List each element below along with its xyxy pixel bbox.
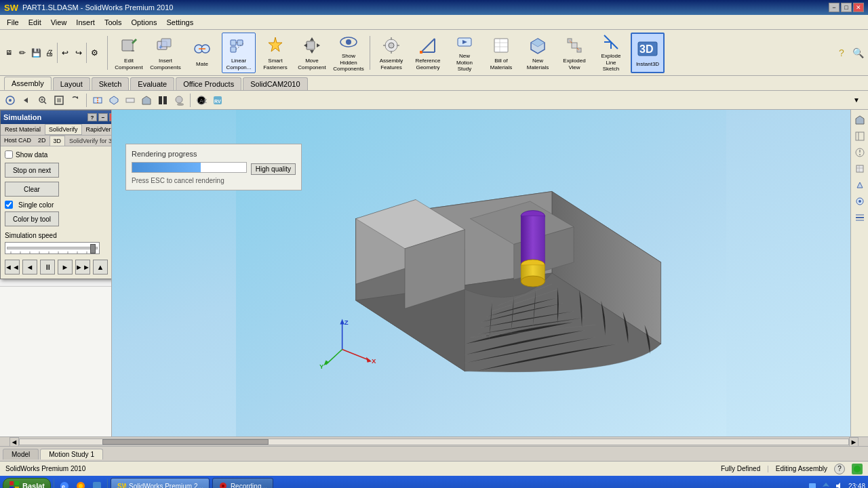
right-icon-4[interactable]: [852, 161, 867, 176]
bill-of-materials-button[interactable]: Bill ofMaterials: [484, 33, 518, 73]
instant3d-button[interactable]: 3D Instant3D: [631, 33, 665, 73]
move-component-button[interactable]: MoveComponent: [295, 33, 329, 73]
tab-layout[interactable]: Layout: [53, 77, 90, 90]
new-materials-button[interactable]: NewMaterials: [521, 33, 555, 73]
quicklaunch-ie[interactable]: e: [57, 479, 72, 488]
stop-button[interactable]: ▲: [93, 260, 108, 274]
view-rotate-button[interactable]: [68, 93, 83, 108]
speed-slider-thumb[interactable]: [90, 244, 96, 253]
clear-button[interactable]: Clear: [5, 182, 59, 197]
insert-components-button[interactable]: + InsertComponents: [149, 33, 182, 73]
taskbar-recording[interactable]: Recording...: [212, 478, 273, 488]
edit-component-button[interactable]: EditComponent: [112, 33, 146, 73]
right-icon-7[interactable]: [852, 210, 867, 225]
stop-on-next-button[interactable]: Stop on next: [5, 163, 59, 178]
shaded-button[interactable]: [139, 93, 154, 108]
sim-subtab-host-cad[interactable]: Host CAD: [1, 136, 35, 146]
back-button[interactable]: ◄: [22, 260, 37, 274]
sim-tab-rapidverify[interactable]: RapidVerify: [82, 124, 112, 135]
fast-forward-button[interactable]: ►►: [75, 260, 90, 274]
scroll-track[interactable]: [19, 439, 849, 445]
view-zoom-button[interactable]: [35, 93, 50, 108]
right-icon-3[interactable]: [852, 145, 867, 160]
tab-sketch[interactable]: Sketch: [92, 77, 130, 90]
show-data-checkbox[interactable]: [5, 150, 13, 159]
toolbar-icon-btn-3[interactable]: 💾: [30, 47, 42, 59]
tab-assembly[interactable]: Assembly: [4, 77, 52, 90]
toolbar-icon-btn-1[interactable]: 🖥: [3, 47, 15, 59]
right-icon-2[interactable]: [852, 129, 867, 144]
zebra-stripes-button[interactable]: [155, 93, 170, 108]
pause-button[interactable]: ⏸: [40, 260, 55, 274]
view-orient-button[interactable]: [3, 93, 18, 108]
menu-view[interactable]: View: [47, 17, 71, 28]
single-color-checkbox[interactable]: [5, 201, 13, 209]
scroll-right-button[interactable]: ►: [849, 437, 859, 447]
undo-button[interactable]: ↩: [59, 47, 71, 59]
right-icon-5[interactable]: [852, 178, 867, 192]
smart-fasteners-button[interactable]: SmartFasteners: [258, 33, 292, 73]
scroll-left-button[interactable]: ◄: [9, 437, 19, 447]
exploded-view-button[interactable]: ExplodedView: [557, 33, 591, 73]
new-motion-study-button[interactable]: NewMotionStudy: [448, 33, 481, 73]
right-icon-1[interactable]: [852, 113, 867, 127]
toolbar-search-button[interactable]: 🔍: [850, 45, 865, 60]
section-view-button[interactable]: [90, 93, 105, 108]
simulation-speed-slider[interactable]: [5, 242, 100, 254]
ambient-occlusion-button[interactable]: AO: [194, 93, 209, 108]
high-quality-button[interactable]: High quality: [251, 163, 296, 175]
tab-solidcam[interactable]: SolidCAM2010: [243, 77, 307, 90]
toolbar-icon-btn-2[interactable]: ✏: [16, 47, 28, 59]
menu-file[interactable]: File: [3, 17, 23, 28]
right-icon-6[interactable]: [852, 194, 867, 209]
sim-subtab-3d[interactable]: 3D: [50, 136, 66, 146]
show-hidden-button[interactable]: ShowHiddenComponents: [332, 33, 366, 73]
tab-office-products[interactable]: Office Products: [176, 77, 241, 90]
linear-component-button[interactable]: Linear Compon...: [222, 33, 256, 73]
minimize-button[interactable]: −: [829, 3, 840, 12]
reference-geometry-button[interactable]: ReferenceGeometry: [411, 33, 445, 73]
menu-edit[interactable]: Edit: [24, 17, 45, 28]
maximize-button[interactable]: □: [841, 3, 852, 12]
rewind-button[interactable]: ◄◄: [5, 260, 20, 274]
view-fit-button[interactable]: [52, 93, 66, 108]
explode-line-sketch-button[interactable]: ExplodeLineSketch: [594, 33, 628, 73]
simulation-titlebar[interactable]: Simulation ? − ✕: [1, 110, 112, 124]
sim-minimize-button[interactable]: −: [98, 113, 108, 121]
taskbar-solidworks[interactable]: SW SolidWorks Premium 2...: [111, 478, 210, 488]
redo-button[interactable]: ↪: [73, 47, 85, 59]
quicklaunch-firefox[interactable]: [73, 479, 88, 488]
view-selector-button[interactable]: [106, 93, 121, 108]
menu-tools[interactable]: Tools: [100, 17, 126, 28]
realview-button[interactable]: RV: [210, 93, 225, 108]
menu-options[interactable]: Options: [127, 17, 161, 28]
bottom-tab-model[interactable]: Model: [3, 449, 39, 460]
toolbar-help-button[interactable]: ?: [834, 45, 849, 60]
tab-evaluate[interactable]: Evaluate: [130, 77, 174, 90]
color-by-tool-button[interactable]: Color by tool: [5, 211, 59, 226]
viewport[interactable]: Rendering progress High quality Press ES…: [112, 110, 850, 436]
view-prev-button[interactable]: [19, 93, 34, 108]
sim-tab-solidverify[interactable]: SolidVerify: [45, 124, 82, 135]
mate-button[interactable]: Mate: [185, 33, 219, 73]
sim-subtab-2d[interactable]: 2D: [35, 136, 50, 146]
hide-lines-button[interactable]: [123, 93, 138, 108]
start-button[interactable]: Başlat: [3, 478, 51, 488]
shadows-button[interactable]: [172, 93, 186, 108]
sim-help-button[interactable]: ?: [87, 113, 97, 121]
assembly-features-button[interactable]: AssemblyFeatures: [374, 33, 408, 73]
bottom-tab-motion-study[interactable]: Motion Study 1: [40, 449, 103, 460]
menu-settings[interactable]: Settings: [162, 17, 197, 28]
sim-tab-rest-material[interactable]: Rest Material: [1, 124, 45, 135]
menu-insert[interactable]: Insert: [72, 17, 99, 28]
options-button[interactable]: ⚙: [88, 47, 100, 59]
quicklaunch-item3[interactable]: [90, 479, 104, 488]
status-help-icon[interactable]: ?: [834, 464, 845, 474]
horizontal-scrollbar[interactable]: ◄ ►: [0, 436, 868, 446]
assembly-features-label: AssemblyFeatures: [380, 58, 403, 70]
close-button[interactable]: ✕: [853, 3, 864, 12]
forward-button[interactable]: ►: [58, 260, 73, 274]
scroll-thumb[interactable]: [102, 439, 268, 445]
toolbar-icon-btn-4[interactable]: 🖨: [43, 47, 56, 59]
feature-tree-toggle[interactable]: ▼: [848, 93, 865, 108]
